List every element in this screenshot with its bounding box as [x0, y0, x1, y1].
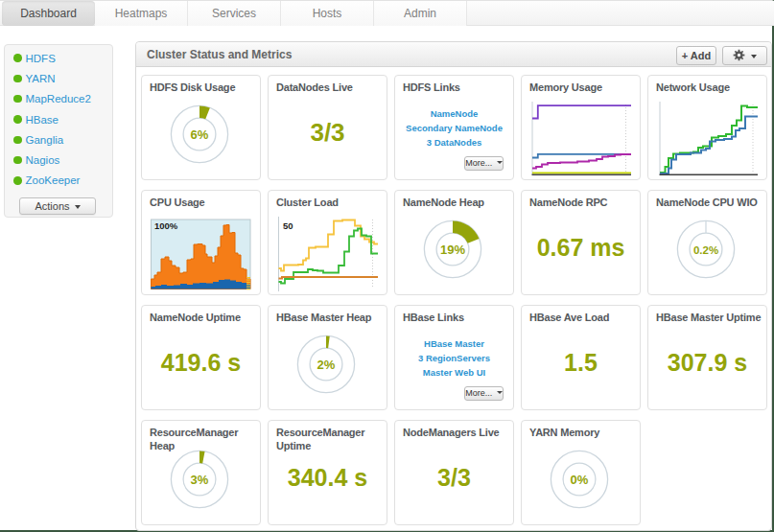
svg-text:100%: 100% — [154, 220, 178, 231]
svg-text:0%: 0% — [570, 472, 588, 486]
svg-text:3%: 3% — [190, 472, 208, 486]
svg-text:50: 50 — [283, 220, 293, 231]
svg-text:19%: 19% — [439, 242, 464, 256]
svg-text:6%: 6% — [190, 127, 208, 141]
svg-text:0.2%: 0.2% — [692, 243, 717, 255]
svg-text:2%: 2% — [317, 357, 335, 371]
